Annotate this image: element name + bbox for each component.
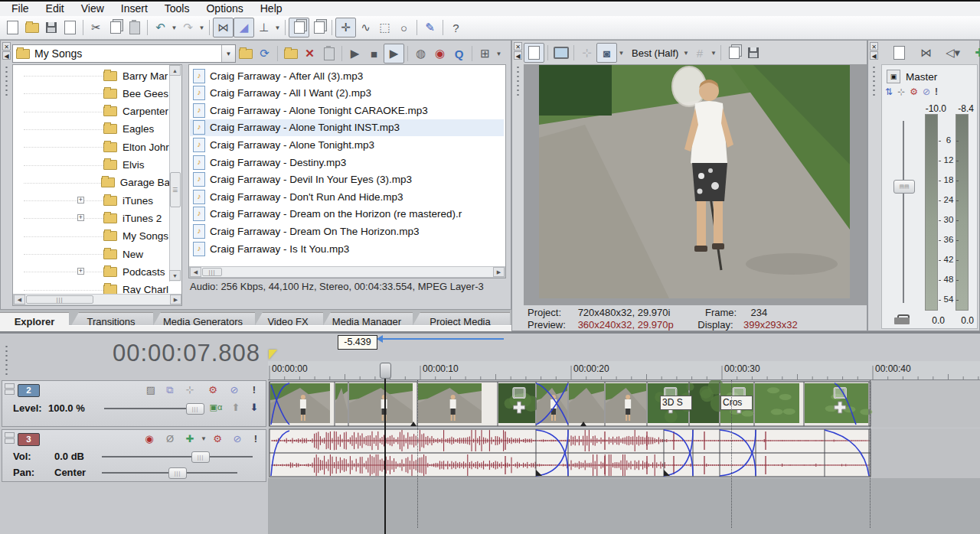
- file-list-item[interactable]: ♪ Craig Farraway - Is It You.mp3: [190, 240, 504, 257]
- tree-scroll-right-icon[interactable]: ▶: [170, 295, 181, 304]
- tree-expander-icon[interactable]: +: [77, 214, 84, 221]
- close-panel-icon[interactable]: ✕: [2, 42, 11, 50]
- mute-icon[interactable]: ⊘: [227, 383, 241, 396]
- invert-phase-icon[interactable]: Ø: [163, 432, 177, 445]
- lock-envelopes-button[interactable]: [289, 18, 309, 37]
- paste-file-button[interactable]: [319, 44, 338, 63]
- filelist-hscrollbar[interactable]: ◀ ||| ▶: [189, 266, 505, 278]
- collapse-panel-icon[interactable]: ◀: [870, 51, 878, 60]
- undo-dropdown[interactable]: ▼: [170, 18, 178, 37]
- time-display[interactable]: 00:00:07.808: [31, 340, 260, 367]
- track-minimize-button[interactable]: [5, 432, 15, 438]
- tree-item[interactable]: Elvis: [13, 158, 170, 173]
- envelope-edit-tool-button[interactable]: ∿: [356, 18, 375, 37]
- level-slider[interactable]: |||: [104, 408, 204, 409]
- panel-grip[interactable]: [5, 65, 8, 99]
- tree-item[interactable]: Elton Johr: [13, 139, 170, 155]
- new-project-button[interactable]: [3, 18, 22, 37]
- auto-preview-button[interactable]: ▶: [384, 44, 404, 63]
- tree-item[interactable]: My Songs: [13, 229, 170, 244]
- master-fader-track[interactable]: [903, 121, 904, 303]
- tree-item[interactable]: Bee Gees: [13, 86, 170, 101]
- timeline-marker[interactable]: [269, 350, 277, 360]
- automation-gear-icon[interactable]: ⚙: [211, 432, 224, 445]
- tree-scroll-up-icon[interactable]: ▲: [169, 65, 181, 76]
- filelist-scroll-right-icon[interactable]: ▶: [493, 267, 505, 277]
- record-arm-icon[interactable]: ◉: [142, 432, 156, 445]
- selection-edit-tool-button[interactable]: ⬚: [375, 18, 394, 37]
- transition-crossfade-label[interactable]: Cros: [720, 396, 753, 410]
- zoom-edit-tool-button[interactable]: ○: [394, 18, 413, 37]
- master-fader-handle[interactable]: ▤▤: [893, 180, 915, 194]
- track-motion-icon[interactable]: ⧉: [163, 383, 177, 396]
- split-screen-button[interactable]: ⊹: [577, 44, 596, 62]
- fader-mode-icon[interactable]: ⇅: [885, 86, 893, 97]
- automation-gear-icon[interactable]: ⚙: [910, 86, 918, 97]
- cut-button[interactable]: ✂: [87, 18, 106, 37]
- tree-scroll-down-icon[interactable]: ▼: [169, 270, 181, 281]
- up-folder-button[interactable]: [236, 44, 255, 63]
- time-ruler[interactable]: 00:00:00 00:00:10 00:00:20 00:00:30 00:0…: [268, 361, 980, 380]
- redo-button[interactable]: ↷: [178, 18, 198, 37]
- pan-slider[interactable]: |||: [102, 472, 237, 474]
- menu-edit[interactable]: Edit: [38, 2, 73, 16]
- normal-edit-tool-button[interactable]: ✛: [335, 18, 356, 37]
- dim-output-button[interactable]: ◁▾: [943, 44, 962, 62]
- ripple-dropdown[interactable]: ▼: [273, 18, 282, 37]
- tree-item[interactable]: Podcasts: [13, 264, 170, 279]
- project-properties-button[interactable]: [60, 18, 80, 37]
- new-folder-button[interactable]: [281, 44, 300, 63]
- grid-dropdown-icon[interactable]: ▼: [709, 44, 717, 62]
- overlay-grid-button[interactable]: #: [690, 44, 709, 62]
- file-list-item[interactable]: ♪ Craig Farraway - Devil In Your Eyes (3…: [190, 171, 504, 188]
- tree-expander-icon[interactable]: +: [77, 197, 84, 204]
- timeline-grip[interactable]: [5, 344, 8, 378]
- collapse-panel-icon[interactable]: ◀: [2, 51, 11, 60]
- cursor-handle[interactable]: [380, 363, 391, 379]
- transition-3d-label[interactable]: 3D S: [660, 396, 692, 410]
- tree-item[interactable]: Garage Ba: [13, 175, 170, 190]
- panel-grip[interactable]: [516, 65, 520, 99]
- audio-track-number[interactable]: 3: [18, 433, 40, 446]
- composite-level-icon[interactable]: ⊹: [183, 383, 197, 396]
- undo-button[interactable]: ↶: [151, 18, 170, 37]
- tab-explorer[interactable]: Explorer: [0, 312, 69, 330]
- web-search-button[interactable]: Q: [449, 44, 469, 63]
- file-list-item[interactable]: ♪ Craig Farraway - Alone Tonight.mp3: [190, 136, 504, 153]
- tree-item[interactable]: Carpenter: [13, 104, 170, 119]
- pen-tool-button[interactable]: ✎: [420, 18, 439, 37]
- tree-item[interactable]: Barry Mar: [13, 68, 170, 83]
- tree-vscrollbar[interactable]: ▲ ☰ ▼: [169, 65, 181, 282]
- file-list-item[interactable]: ♪ Craig Farraway - Alone Tonight INST.mp…: [190, 119, 504, 136]
- mute-icon[interactable]: ⊘: [230, 432, 244, 445]
- file-list-item[interactable]: ♪ Craig Farraway - Destiny.mp3: [190, 154, 504, 171]
- tree-item[interactable]: iTunes: [13, 193, 170, 208]
- video-track-number[interactable]: 2: [18, 384, 40, 397]
- quality-value[interactable]: Best (Half): [632, 47, 678, 59]
- solo-icon[interactable]: !: [935, 86, 938, 97]
- open-button[interactable]: [22, 18, 41, 37]
- tree-scroll-left-icon[interactable]: ◀: [14, 295, 25, 304]
- file-list-item[interactable]: ♪ Craig Farraway - Alone Tonight CARAOKE…: [190, 102, 504, 119]
- master-icon[interactable]: ▣: [887, 70, 900, 83]
- automatic-crossfades-button[interactable]: ⋈: [213, 18, 234, 37]
- composite-parent-icon[interactable]: ⬆: [229, 401, 243, 414]
- delete-button[interactable]: ✕: [300, 44, 319, 63]
- collapse-panel-icon[interactable]: ◀: [514, 51, 522, 60]
- track-restore-button[interactable]: [5, 438, 15, 444]
- track-minimize-button[interactable]: [5, 383, 15, 389]
- refresh-button[interactable]: ⟳: [255, 44, 274, 63]
- solo-icon[interactable]: !: [249, 432, 263, 445]
- start-preview-button[interactable]: ▶: [345, 44, 364, 63]
- copy-button[interactable]: [106, 18, 125, 37]
- get-media-button[interactable]: ◉: [430, 44, 449, 63]
- address-dropdown-icon[interactable]: ▼: [221, 45, 235, 62]
- panel-grip[interactable]: [872, 65, 876, 99]
- tree-hscrollbar[interactable]: ◀ ||| ▶: [13, 294, 182, 305]
- tree-item[interactable]: Eagles: [13, 122, 170, 137]
- file-list-item[interactable]: ♪ Craig Farraway - After All (3).mp3: [190, 67, 504, 84]
- tree-item[interactable]: iTunes 2: [13, 210, 170, 226]
- menu-insert[interactable]: Insert: [113, 2, 156, 16]
- mixer-properties-button[interactable]: [890, 44, 909, 62]
- save-button[interactable]: [41, 18, 60, 37]
